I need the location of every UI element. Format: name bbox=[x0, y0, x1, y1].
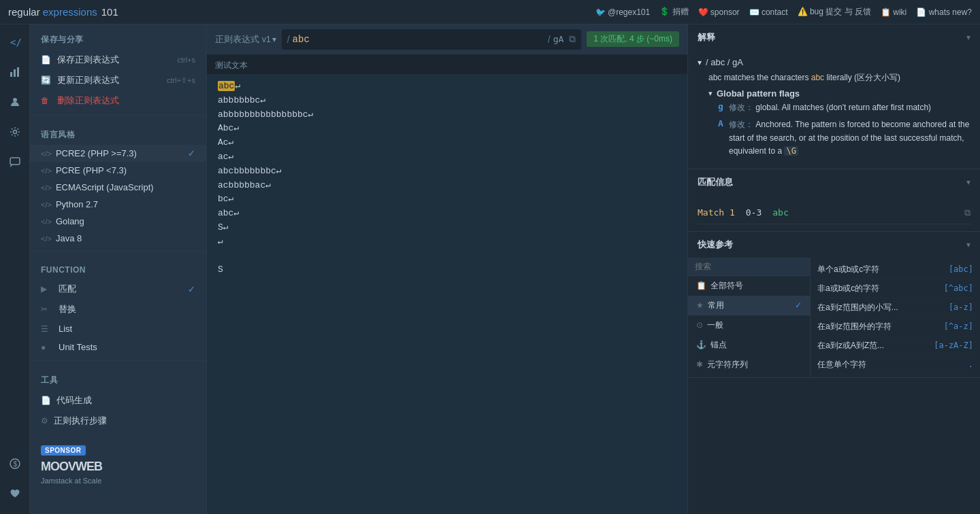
qr-syntax-4: [^a-z] bbox=[944, 322, 973, 331]
regex-label-text: 正则表达式 bbox=[215, 33, 259, 46]
language-section-title: 语言风格 bbox=[30, 120, 206, 145]
match-val-1: abc bbox=[772, 207, 788, 218]
fn-list[interactable]: ☰ List bbox=[30, 320, 206, 338]
svg-rect-2 bbox=[14, 69, 16, 77]
delete-regex-item[interactable]: 🗑 删除正则表达式 bbox=[30, 90, 206, 111]
lang-label-golang: Golang bbox=[56, 216, 195, 226]
qr-desc-1: 单个a或b或c字符 bbox=[817, 264, 949, 275]
sponsor-section: SPONSOR MOOVWEB Jamstack at Scale bbox=[30, 436, 206, 494]
update-shortcut: ctrl+⇧+s bbox=[167, 76, 195, 85]
iconbar-chat[interactable] bbox=[3, 150, 27, 174]
quick-ref-layout: 📋 全部符号 ★ 常用 ✓ ⊙ 一般 ⚓ bbox=[688, 258, 980, 377]
test-line-5: Ac↵ bbox=[218, 136, 676, 150]
tool-codegen-label: 代码生成 bbox=[56, 394, 92, 407]
nav-twitter[interactable]: 🐦 @regex101 bbox=[595, 7, 651, 17]
regex-input[interactable] bbox=[293, 34, 548, 45]
tool-debugger-icon: ⚙ bbox=[41, 416, 48, 426]
cat-all-label: 全部符号 bbox=[710, 280, 743, 292]
lang-golang[interactable]: </> Golang bbox=[30, 213, 206, 230]
quick-ref-header[interactable]: 快速参考 ▾ bbox=[688, 232, 980, 258]
iconbar-settings[interactable] bbox=[3, 120, 27, 144]
explanation-chevron: ▾ bbox=[966, 33, 970, 42]
function-section-title: FUNCTION bbox=[30, 256, 206, 279]
sponsor-tagline: Jamstack at Scale bbox=[41, 477, 101, 485]
regex-label: 正则表达式 v1 ▾ bbox=[215, 33, 276, 46]
save-regex-item[interactable]: 📄 保存正则表达式 ctrl+s bbox=[30, 50, 206, 70]
nav-contact[interactable]: ✉️ contact bbox=[749, 7, 788, 17]
flag-a-code: \G bbox=[784, 146, 798, 156]
quick-ref-cat-all[interactable]: 📋 全部符号 bbox=[688, 276, 810, 296]
qr-desc-3: 在a到z范围内的小写... bbox=[817, 302, 949, 313]
global-flags-row: ▾ Global pattern flags bbox=[708, 88, 970, 99]
nav-donate[interactable]: 💲 捐赠 bbox=[659, 6, 688, 18]
fn-match-icon: ▶ bbox=[41, 284, 53, 294]
svg-text:$: $ bbox=[13, 460, 17, 468]
iconbar-heart[interactable] bbox=[3, 481, 27, 506]
update-regex-item[interactable]: 🔄 更新正则表达式 ctrl+⇧+s bbox=[30, 70, 206, 90]
quick-ref-cat-anchor[interactable]: ⚓ 锚点 bbox=[688, 335, 810, 355]
logo-101: 101 bbox=[101, 6, 118, 18]
quick-ref-content: 📋 全部符号 ★ 常用 ✓ ⊙ 一般 ⚓ bbox=[688, 258, 980, 377]
nav-bug[interactable]: ⚠️ bug 提交 与 反馈 bbox=[798, 6, 871, 18]
cat-common-check: ✓ bbox=[795, 301, 802, 310]
nav-whatsnew[interactable]: 📄 whats new? bbox=[916, 7, 972, 17]
iconbar-dollar[interactable]: $ bbox=[3, 451, 27, 476]
cat-common-icon: ★ bbox=[696, 301, 704, 310]
match-row-1: Match 1 0-3 abc ⧉ bbox=[698, 202, 970, 224]
logo-expressions: expressions bbox=[43, 6, 97, 18]
update-label: 更新正则表达式 bbox=[57, 74, 161, 86]
cat-all-icon: 📋 bbox=[696, 281, 706, 290]
fn-unit-label: Unit Tests bbox=[59, 342, 195, 352]
match-info-chevron: ▾ bbox=[966, 177, 970, 187]
tool-debugger[interactable]: ⚙ 正则执行步骤 bbox=[30, 411, 206, 431]
quick-ref-cat-general[interactable]: ⊙ 一般 bbox=[688, 315, 810, 335]
qr-desc-2: 非a或b或c的字符 bbox=[817, 283, 944, 294]
quick-ref-chevron: ▾ bbox=[966, 240, 970, 250]
fn-unit-tests[interactable]: ● Unit Tests bbox=[30, 338, 206, 356]
lang-code-icon-pcre: </> bbox=[41, 167, 52, 175]
iconbar-code[interactable]: </> bbox=[3, 30, 27, 54]
lang-pcre[interactable]: </> PCRE (PHP <7.3) bbox=[30, 162, 206, 179]
match-copy-1[interactable]: ⧉ bbox=[964, 207, 970, 218]
cat-anchor-icon: ⚓ bbox=[696, 340, 706, 349]
logo: regular expressions 101 bbox=[8, 6, 118, 18]
svg-rect-1 bbox=[10, 72, 12, 77]
explanation-header[interactable]: 解释 ▾ bbox=[688, 24, 980, 50]
nav-sponsor[interactable]: ❤️ sponsor bbox=[698, 7, 740, 17]
fn-list-icon: ☰ bbox=[41, 324, 53, 334]
qr-desc-5: 在a到z或A到Z范... bbox=[817, 340, 934, 352]
regex-copy-button[interactable]: ⧉ bbox=[569, 33, 576, 45]
lang-pcre2[interactable]: </> PCRE2 (PHP >=7.3) ✓ bbox=[30, 145, 206, 162]
fn-match[interactable]: ▶ 匹配 ✓ bbox=[30, 279, 206, 299]
qr-syntax-5: [a-zA-Z] bbox=[934, 341, 973, 350]
lang-code-icon-pcre2: </> bbox=[41, 150, 52, 158]
delete-icon: 🗑 bbox=[41, 96, 52, 105]
nav-wiki[interactable]: 📋 wiki bbox=[881, 7, 906, 17]
quick-ref-cat-common[interactable]: ★ 常用 ✓ bbox=[688, 296, 810, 315]
qr-entry-5: 在a到z或A到Z范... [a-zA-Z] bbox=[817, 337, 973, 356]
iconbar-chart[interactable] bbox=[3, 60, 27, 84]
lang-java[interactable]: </> Java 8 bbox=[30, 230, 206, 247]
fn-replace[interactable]: ✂ 替换 bbox=[30, 299, 206, 320]
lang-python[interactable]: </> Python 2.7 bbox=[30, 196, 206, 213]
global-flags-block: ▾ Global pattern flags g 修改： global. All… bbox=[708, 88, 970, 158]
iconbar-bottom: $ bbox=[3, 451, 27, 514]
tool-codegen[interactable]: 📄 代码生成 bbox=[30, 390, 206, 411]
lang-ecmascript[interactable]: </> ECMAScript (JavaScript) bbox=[30, 179, 206, 196]
save-icon: 📄 bbox=[41, 55, 52, 65]
lang-code-icon-java: </> bbox=[41, 235, 52, 243]
cat-anchor-label: 锚点 bbox=[710, 339, 727, 351]
test-text-content[interactable]: abc↵ abbbbbbc↵ abbbbbbbbbbbbbbbc↵ Abc↵ A… bbox=[207, 74, 687, 514]
quick-ref-search-input[interactable] bbox=[688, 258, 810, 276]
explanation-path: / abc / gA bbox=[706, 57, 743, 67]
quick-ref-entries: 单个a或b或c字符 [abc] 非a或b或c的字符 [^abc] 在a到z范围内… bbox=[811, 258, 980, 377]
cat-general-label: 一般 bbox=[707, 320, 723, 331]
divider-1 bbox=[30, 115, 206, 116]
iconbar-user[interactable] bbox=[3, 90, 27, 114]
match-info-header[interactable]: 匹配信息 ▾ bbox=[688, 169, 980, 195]
quick-ref-cat-meta[interactable]: ✱ 元字符序列 bbox=[688, 355, 810, 375]
regex-version-button[interactable]: v1 ▾ bbox=[262, 35, 276, 44]
svg-rect-3 bbox=[17, 67, 19, 77]
expand-arrow-main: ▾ bbox=[698, 58, 702, 67]
lang-code-icon-golang: </> bbox=[41, 218, 52, 226]
